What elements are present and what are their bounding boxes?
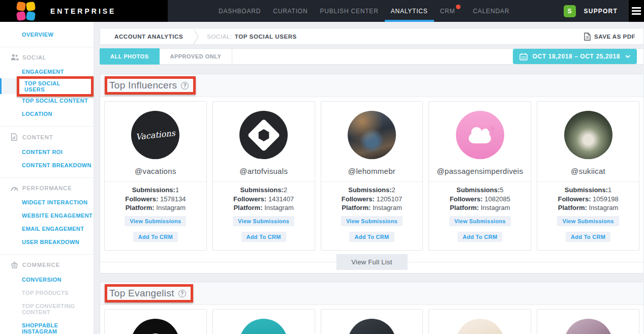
add-to-crm-button[interactable]: Add To CRM bbox=[457, 232, 502, 242]
plane-icon: ✈ bbox=[486, 123, 498, 137]
influencer-stats: Submissions:1 Followers: 1578134 Platfor… bbox=[105, 182, 206, 212]
sidebar-item-conversion[interactable]: CONVERSION bbox=[0, 273, 94, 286]
brand-name: ENTERPRISE bbox=[50, 7, 116, 15]
nav-dashboard[interactable]: DASHBOARD bbox=[212, 0, 267, 22]
sidebar-item-widget-interaction[interactable]: WIDGET INTERACTION bbox=[0, 196, 94, 209]
influencer-card: @sukiicat Submissions:1 Followers: 10591… bbox=[537, 101, 639, 251]
add-to-crm-button[interactable]: Add To CRM bbox=[349, 232, 394, 242]
breadcrumb-root[interactable]: ACCOUNT ANALYTICS bbox=[114, 34, 183, 40]
section-title: Top Evangelist bbox=[109, 288, 174, 299]
view-full-list-button[interactable]: View Full List bbox=[336, 254, 408, 270]
sidebar-section-label: PERFORMANCE bbox=[22, 185, 72, 191]
sidebar-item-content-breakdown[interactable]: CONTENT BREAKDOWN bbox=[0, 159, 94, 172]
followers-stat: Followers: 1059198 bbox=[537, 195, 639, 204]
platform-stat: Platform: Instagram bbox=[537, 203, 639, 212]
nav-curation[interactable]: CURATION bbox=[267, 0, 314, 22]
date-range-picker[interactable]: OCT 18,2018 – OCT 25,2018 bbox=[513, 49, 637, 64]
followers-stat: Followers: 1431407 bbox=[213, 195, 315, 204]
nav-crm[interactable]: CRM bbox=[434, 0, 467, 22]
nav-publish-center[interactable]: PUBLISH CENTER bbox=[314, 0, 384, 22]
sidebar-item-content-roi[interactable]: CONTENT ROI bbox=[0, 145, 94, 159]
influencer-handle: @artofvisuals bbox=[213, 167, 315, 175]
tab-all-photos[interactable]: ALL PHOTOS bbox=[100, 48, 160, 65]
sidebar: OVERVIEW SOCIAL ENGAGEMENT TOP SOCIAL US… bbox=[0, 22, 94, 334]
pdf-file-icon bbox=[584, 33, 591, 41]
hamburger-menu-icon[interactable] bbox=[629, 0, 644, 22]
sidebar-item-top-products: TOP PRODUCTS bbox=[0, 286, 94, 299]
view-submissions-button[interactable]: View Submissions bbox=[557, 216, 619, 226]
sidebar-item-top-social-users[interactable]: TOP SOCIAL USERS bbox=[0, 78, 94, 94]
sidebar-section-label: COMMERCE bbox=[22, 262, 60, 268]
sidebar-section-label: CONTENT bbox=[22, 134, 53, 140]
view-submissions-button[interactable]: View Submissions bbox=[233, 216, 294, 226]
brand[interactable]: ENTERPRISE bbox=[0, 0, 168, 22]
influencer-stats: Submissions:2 Followers: 1205107 Platfor… bbox=[321, 182, 423, 212]
influencer-cards-row: Vacations @vacations Submissions:1 Follo… bbox=[100, 97, 643, 251]
vacations-avatar: Vacations bbox=[131, 111, 179, 159]
sidebar-item-website-engagement[interactable]: WEBSITE ENGAGEMENT bbox=[0, 209, 94, 222]
influencer-card: Vacations @vacations Submissions:1 Follo… bbox=[104, 101, 207, 251]
sidebar-divider bbox=[0, 126, 94, 127]
influencer-handle: @lehommebr bbox=[321, 167, 423, 175]
add-to-crm-button[interactable]: Add To CRM bbox=[566, 232, 610, 242]
beach-avatar bbox=[239, 319, 288, 334]
submissions-stat: Submissions:2 bbox=[321, 186, 423, 195]
view-submissions-button[interactable]: View Submissions bbox=[341, 216, 403, 226]
sidebar-item-location[interactable]: LOCATION bbox=[0, 107, 94, 120]
influencer-handle: @sukiicat bbox=[537, 167, 639, 175]
topbar: ENTERPRISE DASHBOARD CURATION PUBLISH CE… bbox=[0, 0, 644, 22]
app-root: ENTERPRISE DASHBOARD CURATION PUBLISH CE… bbox=[0, 0, 644, 334]
sidebar-section-performance: PERFORMANCE bbox=[0, 179, 94, 196]
basket-icon bbox=[11, 261, 19, 268]
nav-calendar[interactable]: CALENDAR bbox=[467, 0, 515, 22]
user-avatar[interactable]: S bbox=[564, 5, 576, 17]
breadcrumb-section: SOCIAL: bbox=[207, 34, 232, 40]
sidebar-divider bbox=[0, 254, 94, 255]
followers-stat: Followers: 1082085 bbox=[429, 195, 531, 204]
submissions-stat: Submissions:2 bbox=[213, 186, 315, 195]
sidebar-item-label: TOP SOCIAL USERS bbox=[24, 80, 60, 93]
top-influencers-header: Top Influencers ? bbox=[100, 74, 643, 97]
influencer-stats: Submissions:5 Followers: 1082085 Platfor… bbox=[429, 182, 531, 212]
nav-crm-label: CRM bbox=[440, 8, 455, 15]
evangelist-cards-row bbox=[100, 305, 643, 334]
panel-footer: View Full List bbox=[100, 251, 643, 273]
submissions-stat: Submissions:5 bbox=[429, 186, 531, 195]
evangelist-card bbox=[212, 309, 315, 334]
sidebar-item-email-engagement[interactable]: EMAIL ENGAGEMENT bbox=[0, 222, 94, 235]
top-evangelist-panel: Top Evangelist ? bbox=[100, 282, 644, 334]
date-range-label: OCT 18,2018 – OCT 25,2018 bbox=[533, 53, 620, 60]
view-submissions-button[interactable]: View Submissions bbox=[125, 216, 186, 226]
sidebar-section-commerce: COMMERCE bbox=[0, 256, 94, 273]
support-link[interactable]: SUPPORT bbox=[584, 8, 618, 15]
tab-approved-only[interactable]: APPROVED ONLY bbox=[160, 48, 233, 65]
save-as-pdf-label: SAVE AS PDF bbox=[594, 34, 635, 40]
surfboard-avatar bbox=[456, 319, 504, 334]
help-icon[interactable]: ? bbox=[178, 290, 186, 297]
section-title: Top Influencers bbox=[109, 80, 177, 91]
sidebar-item-overview[interactable]: OVERVIEW bbox=[0, 28, 94, 41]
gauge-icon bbox=[11, 185, 19, 191]
add-to-crm-button[interactable]: Add To CRM bbox=[133, 232, 178, 242]
platform-stat: Platform: Instagram bbox=[105, 203, 206, 212]
platform-stat: Platform: Instagram bbox=[321, 203, 423, 212]
add-to-crm-button[interactable]: Add To CRM bbox=[241, 232, 286, 242]
influencer-handle: @vacations bbox=[105, 167, 206, 175]
help-icon[interactable]: ? bbox=[181, 82, 189, 89]
main-content: ACCOUNT ANALYTICS SOCIAL: TOP SOCIAL USE… bbox=[94, 22, 644, 334]
top-nav: DASHBOARD CURATION PUBLISH CENTER ANALYT… bbox=[212, 0, 515, 22]
breadcrumb: ACCOUNT ANALYTICS SOCIAL: TOP SOCIAL USE… bbox=[100, 28, 644, 45]
platform-stat: Platform: Instagram bbox=[213, 203, 315, 212]
submissions-stat: Submissions:1 bbox=[105, 186, 206, 195]
sidebar-item-shoppable-instagram[interactable]: SHOPPABLE INSTAGRAM bbox=[0, 319, 94, 334]
yellow-car-avatar bbox=[348, 319, 396, 334]
view-submissions-button[interactable]: View Submissions bbox=[449, 216, 511, 226]
evangelist-card bbox=[537, 309, 639, 334]
sidebar-divider bbox=[0, 177, 94, 178]
sidebar-divider bbox=[0, 47, 94, 47]
sidebar-item-user-breakdown[interactable]: USER BREAKDOWN bbox=[0, 235, 94, 249]
save-as-pdf-button[interactable]: SAVE AS PDF bbox=[584, 33, 635, 41]
people-icon bbox=[11, 54, 19, 60]
nav-analytics[interactable]: ANALYTICS bbox=[385, 0, 434, 22]
calendar-icon bbox=[519, 53, 528, 60]
